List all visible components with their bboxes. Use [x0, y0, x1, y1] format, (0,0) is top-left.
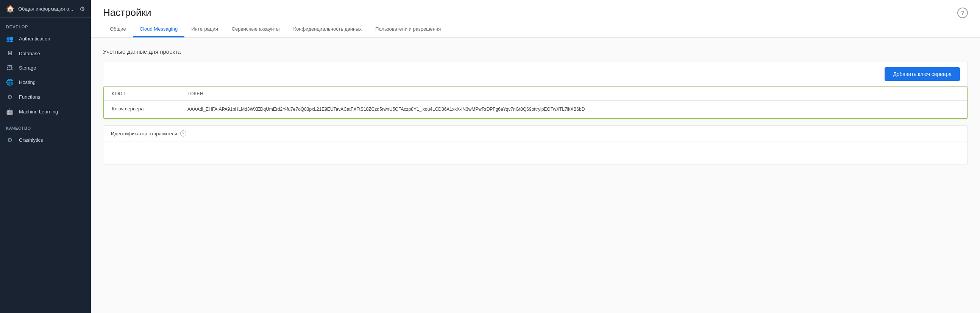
develop-section: Develop 👥 Authentication 🖥 Database 🖼 St… [0, 18, 91, 119]
main-header: Настройки ? [91, 0, 980, 19]
sender-id-body [103, 141, 967, 164]
database-icon: 🖥 [6, 50, 14, 57]
sidebar-item-label-hosting: Hosting [19, 79, 36, 85]
project-name: Общая информация о... [18, 6, 76, 12]
storage-icon: 🖼 [6, 64, 14, 71]
sidebar-item-machine-learning[interactable]: 🤖 Machine Learning [0, 104, 91, 119]
sidebar-item-crashlytics[interactable]: ⚙ Crashlytics [0, 133, 91, 147]
hosting-icon: 🌐 [6, 79, 14, 86]
tab-privacy[interactable]: Конфиденциальность данных [286, 22, 369, 38]
sender-id-help-icon[interactable]: ? [180, 130, 186, 136]
add-key-row: Добавить ключ сервера [103, 62, 967, 87]
quality-section-label: Качество [0, 119, 91, 133]
sidebar-item-database[interactable]: 🖥 Database [0, 46, 91, 60]
tab-integration[interactable]: Интеграция [185, 22, 225, 38]
sidebar-item-functions[interactable]: ⚙ Functions [0, 90, 91, 104]
table-row: Ключ сервера AAAAdl_EHFA:APA91bHLMd3WXED… [104, 101, 967, 118]
sidebar-item-authentication[interactable]: 👥 Authentication [0, 32, 91, 46]
tabs-bar: Общие Cloud Messaging Интеграция Сервисн… [91, 22, 980, 38]
home-icon[interactable]: 🏠 [6, 5, 14, 13]
section-title: Учетные данные для проекта [103, 48, 968, 55]
server-key-table: Ключ Токен Ключ сервера AAAAdl_EHFA:APA9… [103, 87, 967, 119]
sidebar-item-storage[interactable]: 🖼 Storage [0, 60, 91, 75]
sender-id-header: Идентификатор отправителя ? [103, 126, 967, 141]
tab-service-accounts[interactable]: Сервисные аккаунты [225, 22, 286, 38]
tab-cloud-messaging[interactable]: Cloud Messaging [133, 22, 185, 38]
main-content: Настройки ? Общие Cloud Messaging Интегр… [91, 0, 980, 313]
sidebar-item-label-functions: Functions [19, 94, 40, 100]
sender-id-label: Идентификатор отправителя [111, 131, 177, 136]
key-name-cell: Ключ сервера [112, 106, 188, 112]
sidebar-header: 🏠 Общая информация о... ⚙ [0, 0, 91, 18]
authentication-icon: 👥 [6, 35, 14, 42]
sidebar-item-label-authentication: Authentication [19, 36, 50, 41]
sidebar-item-hosting[interactable]: 🌐 Hosting [0, 75, 91, 90]
sender-id-section: Идентификатор отправителя ? [103, 125, 968, 164]
functions-icon: ⚙ [6, 93, 14, 101]
sidebar-item-label-database: Database [19, 51, 40, 56]
table-header-row: Ключ Токен [104, 87, 967, 101]
token-value-cell: AAAAdl_EHFA:APA91bHLMd3WXEDqUmErd2Y-fu7e… [188, 106, 959, 113]
server-key-block: Добавить ключ сервера Ключ Токен Ключ се… [103, 62, 968, 119]
develop-section-label: Develop [0, 18, 91, 32]
add-server-key-button[interactable]: Добавить ключ сервера [885, 67, 960, 81]
sidebar-item-label-storage: Storage [19, 65, 37, 71]
col-header-key: Ключ [112, 91, 188, 96]
tab-general[interactable]: Общие [103, 22, 133, 38]
page-title: Настройки [103, 7, 151, 19]
content-area: Учетные данные для проекта Добавить ключ… [91, 38, 980, 313]
col-header-token: Токен [188, 91, 959, 96]
sidebar-item-label-ml: Machine Learning [19, 109, 58, 115]
quality-section: Качество ⚙ Crashlytics [0, 119, 91, 147]
help-icon[interactable]: ? [957, 8, 968, 18]
tab-users-permissions[interactable]: Пользователи и разрешения [368, 22, 448, 38]
settings-icon[interactable]: ⚙ [80, 5, 85, 13]
machine-learning-icon: 🤖 [6, 108, 14, 115]
sidebar: 🏠 Общая информация о... ⚙ Develop 👥 Auth… [0, 0, 91, 313]
crashlytics-icon: ⚙ [6, 136, 14, 144]
sidebar-item-label-crashlytics: Crashlytics [19, 137, 43, 143]
